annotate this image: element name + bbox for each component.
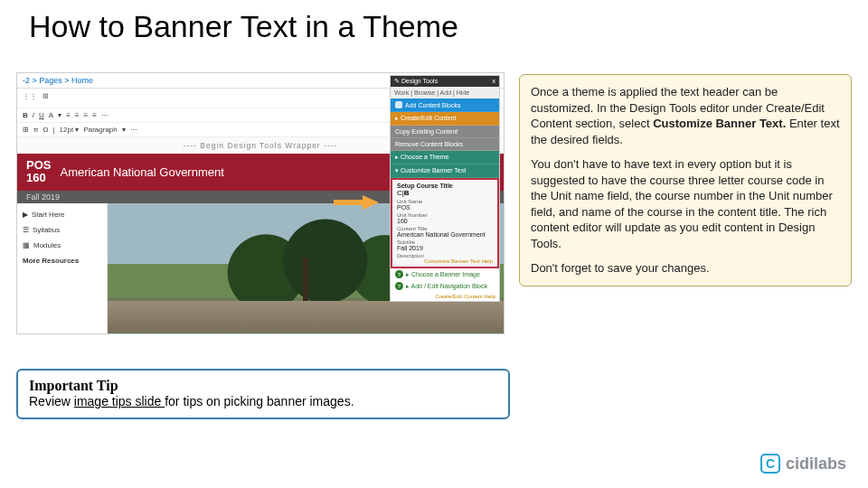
- sidebar-item-start: ▶ Start Here: [21, 207, 103, 222]
- tip-box: Important Tip Review image tips slide fo…: [16, 369, 510, 419]
- add-content-blocks-button: Add Content Blocks: [391, 99, 499, 112]
- design-tools-panel: ✎ Design Toolsx Work | Browse | Add | Hi…: [390, 75, 500, 302]
- sidebar-item-more: More Resources: [21, 253, 103, 268]
- choose-banner-image-row: ?▸ Choose a Banner Image: [391, 268, 499, 280]
- pointer-arrow: [363, 195, 379, 210]
- instruction-p1: Once a theme is applied the text header …: [531, 84, 840, 147]
- instruction-p3: Don't forget to save your changes.: [531, 260, 840, 277]
- choose-theme-button: ▸ Choose a Theme: [391, 151, 499, 164]
- remove-blocks-button: Remove Content Blocks: [391, 138, 499, 151]
- page-title: How to Banner Text in a Theme: [0, 0, 868, 50]
- instruction-box: Once a theme is applied the text header …: [519, 74, 852, 286]
- add-nav-row: ?▸ Add / Edit Navigation Block: [391, 280, 499, 292]
- create-edit-content-button: ▸ Create/Edit Content: [391, 112, 499, 126]
- cidilabs-logo: C cidilabs: [760, 454, 846, 474]
- logo-mark-icon: C: [760, 454, 780, 474]
- editor-screenshot: -2 > Pages > Home ⋮⋮⊞ ⟨⟩ HTML Editor BIU…: [16, 72, 505, 334]
- sidebar-item-syllabus: ☰ Syllabus: [21, 222, 103, 238]
- instruction-p2: You don't have to have text in every opt…: [531, 156, 840, 251]
- course-sidebar: ▶ Start Here ☰ Syllabus ▦ Modules More R…: [17, 203, 108, 334]
- copy-existing-button: Copy Existing Content: [391, 126, 499, 138]
- tip-body: Review image tips slide for tips on pick…: [29, 394, 497, 408]
- course-title: American National Government: [60, 165, 223, 179]
- close-icon: x: [493, 78, 496, 85]
- image-tips-link[interactable]: image tips slide: [74, 394, 165, 408]
- sidebar-item-modules: ▦ Modules: [21, 238, 103, 253]
- course-code: POS 160: [26, 159, 51, 185]
- tip-title: Important Tip: [29, 378, 497, 394]
- customize-banner-text-button: ▾ Customize Banner Text: [391, 164, 499, 178]
- banner-text-form: Setup Course Title C|B Unit Name POS Uni…: [392, 180, 497, 267]
